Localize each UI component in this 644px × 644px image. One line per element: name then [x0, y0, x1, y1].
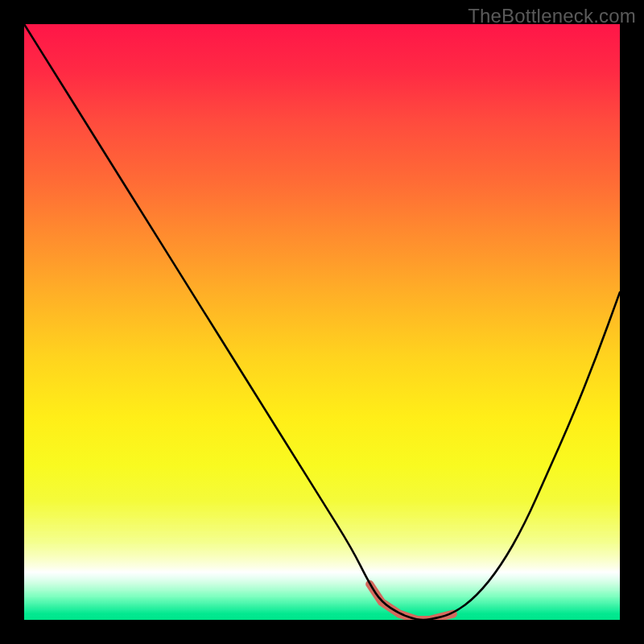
watermark-text: TheBottleneck.com — [468, 5, 636, 27]
bottleneck-curve — [24, 24, 620, 620]
plot-area — [24, 24, 620, 620]
curve-svg — [24, 24, 620, 620]
chart-frame: TheBottleneck.com — [0, 0, 644, 644]
